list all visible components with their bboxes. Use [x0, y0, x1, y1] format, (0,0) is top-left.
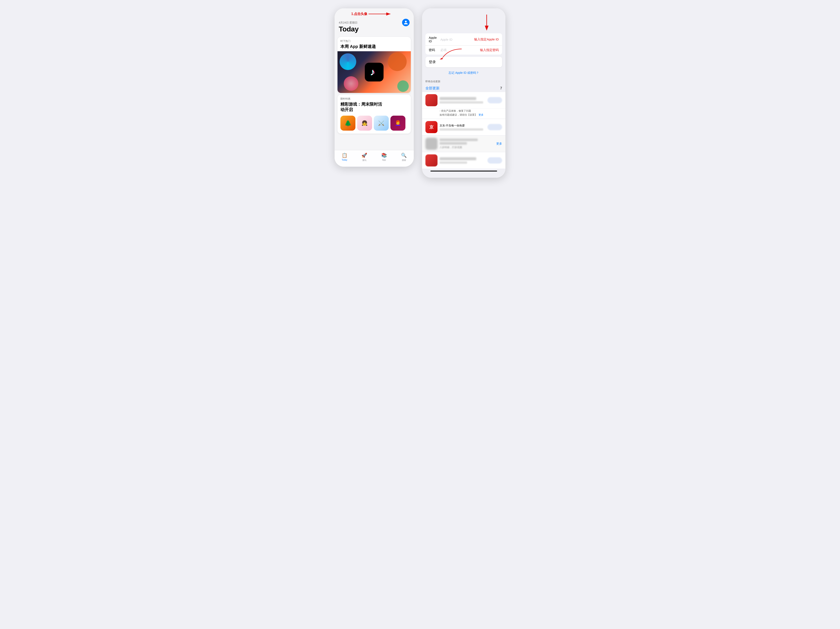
app-desc-1: - 优化产品体验，修复了问题 如有问题或建议，请前往【设置】 更多	[422, 109, 505, 119]
card2-label: 限时特惠	[338, 95, 411, 101]
app-row-2[interactable]: 京 京东-不负每一份热爱	[422, 119, 505, 135]
app-name-blur-4	[440, 157, 476, 160]
nav-apps[interactable]: 📚 App	[380, 152, 388, 163]
person-icon	[404, 20, 408, 25]
app-icon-4	[425, 154, 437, 166]
card-image: ♪ ♪ ♪	[338, 51, 411, 93]
nav-apps-label: App	[382, 159, 386, 161]
down-arrow-svg	[480, 14, 493, 31]
games-nav-icon: 🚀	[362, 153, 367, 158]
app-info-2: 京东-不负每一份热爱	[440, 124, 485, 131]
app-name-blur-1	[440, 97, 476, 100]
password-row[interactable]: 密码 必填 输入指定密码	[425, 46, 502, 55]
blur-line-3: 八折特效，打折优惠	[440, 145, 494, 149]
more-link-3[interactable]: 更多	[496, 142, 502, 145]
update-count: 7	[500, 86, 502, 90]
app-name-jd: 京东-不负每一份热爱	[440, 124, 485, 128]
update-btn-1[interactable]	[488, 97, 502, 103]
deco-circle-orange	[388, 52, 407, 71]
game-icon-2: 👧	[357, 115, 372, 131]
app-info-3: 八折特效，打折优惠	[440, 139, 494, 149]
today-nav-icon: 📋	[342, 153, 347, 158]
app-row-4[interactable]	[422, 152, 505, 169]
games-card[interactable]: 限时特惠 精彩游戏：周末限时活动开启 🌲 👧 ⚔️ 👩‍🦰	[338, 95, 411, 134]
tiktok-logo: ♪ ♪ ♪	[368, 66, 381, 78]
password-label: 密码	[429, 48, 439, 52]
top-arrow-container	[480, 14, 493, 32]
password-hint: 输入指定密码	[480, 48, 499, 52]
home-indicator	[430, 171, 497, 171]
app-icon-1	[425, 94, 437, 106]
app-info-1	[440, 97, 485, 104]
signin-form: Apple ID Apple ID 输入指定Apple ID 密码 必填 输入指…	[425, 33, 502, 55]
card-label: 时下热门	[338, 37, 411, 44]
nav-search[interactable]: 🔍 搜索	[399, 152, 408, 163]
game-icon-3: ⚔️	[374, 115, 389, 131]
apps-nav-icon: 📚	[381, 153, 387, 158]
annotation-arrow	[368, 11, 393, 17]
today-title: Today	[339, 25, 410, 33]
app-desc-blur-2	[440, 128, 483, 131]
forgot-link[interactable]: 忘记 Apple ID 或密码？	[422, 70, 505, 76]
app-desc-text-1: - 优化产品体验，修复了问题 如有问题或建议，请前往【设置】 更多	[440, 109, 502, 117]
featured-card[interactable]: 时下热门 本周 App 新鲜速递 ♪ ♪ ♪	[338, 37, 411, 93]
right-phone: Apple ID Apple ID 输入指定Apple ID 密码 必填 输入指…	[422, 8, 505, 178]
svg-text:♪: ♪	[370, 66, 375, 77]
deco-circle-pink	[344, 76, 358, 91]
nav-games-label: 激玩	[362, 159, 366, 162]
right-screen: Apple ID Apple ID 输入指定Apple ID 密码 必填 输入指…	[422, 8, 505, 178]
nav-search-label: 搜索	[402, 159, 406, 162]
app-row-3[interactable]: 八折特效，打折优惠 更多	[422, 136, 505, 152]
nav-today-label: Today	[342, 159, 347, 161]
deco-circle-blue	[339, 53, 356, 70]
left-phone: 1.点击头像 4月24日 星期日 Today	[335, 8, 414, 167]
blur-line-2	[440, 142, 467, 145]
game-icon-4: 👩‍🦰	[390, 115, 406, 131]
game-icon-1: 🌲	[340, 115, 355, 131]
app-desc-blur-1	[440, 101, 483, 104]
app-icon-jd: 京	[425, 121, 437, 133]
update-header: 全部更新 7	[422, 85, 505, 92]
today-date: 4月24日 星期日	[339, 21, 410, 25]
app-icon-3	[425, 138, 437, 150]
app-row-1[interactable]	[422, 92, 505, 108]
search-nav-icon: 🔍	[401, 153, 407, 158]
nav-games[interactable]: 🚀 激玩	[360, 152, 369, 163]
game-icons-row: 🌲 👧 ⚔️ 👩‍🦰	[338, 114, 411, 131]
apple-id-label: Apple ID	[429, 36, 439, 43]
card-title: 本周 App 新鲜速递	[338, 44, 411, 51]
left-screen: 1.点击头像 4月24日 星期日 Today	[335, 8, 414, 167]
login-button[interactable]: 登录	[425, 57, 502, 67]
blur-line-1	[440, 139, 478, 141]
apple-id-placeholder: Apple ID	[441, 38, 453, 41]
apple-id-hint: 输入指定Apple ID	[474, 38, 499, 41]
more-link-1[interactable]: 更多	[478, 113, 483, 116]
app-desc-blur-4	[440, 161, 467, 164]
bottom-nav: 📋 Today 🚀 激玩 📚 App 🔍 搜索	[335, 150, 414, 167]
today-header: 1.点击头像 4月24日 星期日 Today	[335, 8, 414, 35]
password-placeholder: 必填	[441, 48, 447, 52]
update-btn-2[interactable]	[488, 124, 502, 130]
app-info-4	[440, 157, 485, 164]
auto-update-label: 即将自动更新	[422, 76, 505, 85]
nav-today[interactable]: 📋 Today	[340, 152, 349, 163]
annotation-text: 1.点击头像	[351, 12, 367, 16]
update-all-button[interactable]: 全部更新	[425, 86, 440, 91]
tiktok-app-icon: ♪ ♪ ♪	[365, 63, 384, 81]
apple-id-row[interactable]: Apple ID Apple ID 输入指定Apple ID	[425, 33, 502, 46]
card2-title: 精彩游戏：周末限时活动开启	[338, 101, 411, 114]
deco-circle-green	[397, 81, 409, 92]
avatar-button[interactable]	[402, 19, 410, 26]
update-btn-4[interactable]	[488, 157, 502, 164]
